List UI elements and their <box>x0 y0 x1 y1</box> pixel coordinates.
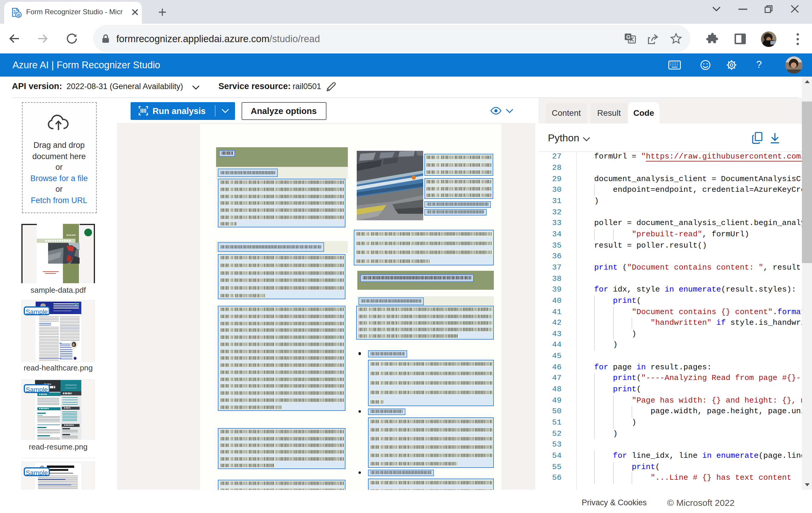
svg-text:G: G <box>626 34 630 40</box>
